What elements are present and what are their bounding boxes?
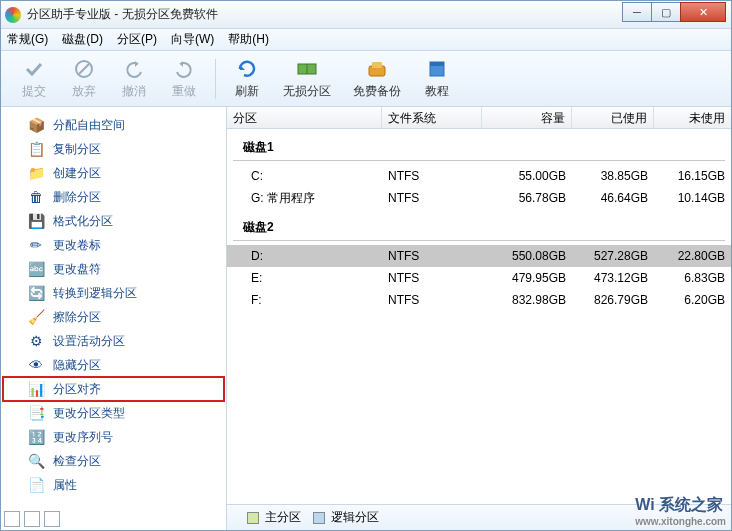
- table-row[interactable]: G: 常用程序NTFS56.78GB46.64GB10.14GB: [227, 187, 731, 209]
- col-name[interactable]: 分区: [227, 107, 382, 128]
- sidebar-icon: 🔄: [27, 284, 45, 302]
- table-row[interactable]: D:NTFS550.08GB527.28GB22.80GB: [227, 245, 731, 267]
- sidebar-item-label: 检查分区: [53, 453, 101, 470]
- toolbar: 提交 放弃 撤消 重做 刷新 无损分区 免费备份 教程: [1, 51, 731, 107]
- sidebar-item-label: 删除分区: [53, 189, 101, 206]
- sidebar-item-label: 擦除分区: [53, 309, 101, 326]
- svg-line-1: [79, 64, 89, 74]
- lossless-button[interactable]: 无损分区: [272, 57, 342, 100]
- cell-unused: 22.80GB: [654, 249, 731, 263]
- sidebar-item-9[interactable]: ⚙设置活动分区: [3, 329, 224, 353]
- sidebar-icon: ⚙: [27, 332, 45, 350]
- sidebar-icon: ✏: [27, 236, 45, 254]
- sidebar-item-1[interactable]: 📋复制分区: [3, 137, 224, 161]
- sidebar-icon: 🧹: [27, 308, 45, 326]
- sidebar-icon: 📄: [27, 476, 45, 494]
- cell-unused: 6.83GB: [654, 271, 731, 285]
- sidebar-item-14[interactable]: 🔍检查分区: [3, 449, 224, 473]
- sidebar-item-6[interactable]: 🔤更改盘符: [3, 257, 224, 281]
- app-icon: [5, 7, 21, 23]
- sidebar-item-label: 转换到逻辑分区: [53, 285, 137, 302]
- sidebar-item-label: 属性: [53, 477, 77, 494]
- sidebar-item-4[interactable]: 💾格式化分区: [3, 209, 224, 233]
- sidebar-item-label: 更改卷标: [53, 237, 101, 254]
- swatch-main-icon: [247, 512, 259, 524]
- undo-button[interactable]: 撤消: [109, 57, 159, 100]
- sidebar-item-0[interactable]: 📦分配自由空间: [3, 113, 224, 137]
- menu-help[interactable]: 帮助(H): [228, 31, 269, 48]
- sidebar-item-label: 分配自由空间: [53, 117, 125, 134]
- sidebar-item-label: 创建分区: [53, 165, 101, 182]
- legend-main: 主分区: [247, 509, 301, 526]
- sidebar-item-label: 格式化分区: [53, 213, 113, 230]
- cell-cap: 832.98GB: [482, 293, 572, 307]
- sidebar-item-2[interactable]: 📁创建分区: [3, 161, 224, 185]
- cell-fs: NTFS: [382, 249, 482, 263]
- undo-icon: [122, 57, 146, 81]
- quick-icon-3[interactable]: [44, 511, 60, 527]
- sidebar-icon: 💾: [27, 212, 45, 230]
- cell-cap: 55.00GB: [482, 169, 572, 183]
- cell-used: 46.64GB: [572, 191, 654, 205]
- sidebar-item-label: 更改序列号: [53, 429, 113, 446]
- close-button[interactable]: ✕: [680, 2, 726, 22]
- menu-disk[interactable]: 磁盘(D): [62, 31, 103, 48]
- sidebar-item-label: 更改分区类型: [53, 405, 125, 422]
- redo-icon: [172, 57, 196, 81]
- discard-button[interactable]: 放弃: [59, 57, 109, 100]
- sidebar-item-7[interactable]: 🔄转换到逻辑分区: [3, 281, 224, 305]
- table-row[interactable]: C:NTFS55.00GB38.85GB16.15GB: [227, 165, 731, 187]
- svg-rect-5: [372, 62, 382, 68]
- book-icon: [425, 57, 449, 81]
- sidebar-icon: 🔢: [27, 428, 45, 446]
- sidebar-item-3[interactable]: 🗑删除分区: [3, 185, 224, 209]
- cell-name: E:: [227, 271, 382, 285]
- content-area: 分区 文件系统 容量 已使用 未使用 磁盘1C:NTFS55.00GB38.85…: [227, 107, 731, 530]
- partition-icon: [295, 57, 319, 81]
- sidebar-item-label: 分区对齐: [53, 381, 101, 398]
- cell-cap: 479.95GB: [482, 271, 572, 285]
- cell-name: D:: [227, 249, 382, 263]
- col-cap[interactable]: 容量: [482, 107, 572, 128]
- sidebar-item-5[interactable]: ✏更改卷标: [3, 233, 224, 257]
- col-unused[interactable]: 未使用: [654, 107, 731, 128]
- menu-partition[interactable]: 分区(P): [117, 31, 157, 48]
- redo-button[interactable]: 重做: [159, 57, 209, 100]
- sidebar-item-10[interactable]: 👁隐藏分区: [3, 353, 224, 377]
- sidebar-icon: 👁: [27, 356, 45, 374]
- svg-rect-7: [430, 62, 444, 66]
- disk-header: 磁盘2: [233, 209, 725, 241]
- separator: [215, 59, 216, 99]
- cell-used: 38.85GB: [572, 169, 654, 183]
- cell-unused: 6.20GB: [654, 293, 731, 307]
- backup-icon: [365, 57, 389, 81]
- table-row[interactable]: E:NTFS479.95GB473.12GB6.83GB: [227, 267, 731, 289]
- sidebar-item-12[interactable]: 📑更改分区类型: [3, 401, 224, 425]
- table-row[interactable]: F:NTFS832.98GB826.79GB6.20GB: [227, 289, 731, 311]
- check-icon: [22, 57, 46, 81]
- sidebar-icon: 🔤: [27, 260, 45, 278]
- sidebar-item-11[interactable]: 📊分区对齐: [3, 377, 224, 401]
- maximize-button[interactable]: ▢: [651, 2, 681, 22]
- cell-cap: 56.78GB: [482, 191, 572, 205]
- sidebar-item-label: 复制分区: [53, 141, 101, 158]
- commit-button[interactable]: 提交: [9, 57, 59, 100]
- menu-wizard[interactable]: 向导(W): [171, 31, 214, 48]
- backup-button[interactable]: 免费备份: [342, 57, 412, 100]
- table-header: 分区 文件系统 容量 已使用 未使用: [227, 107, 731, 129]
- sidebar-item-15[interactable]: 📄属性: [3, 473, 224, 497]
- refresh-icon: [235, 57, 259, 81]
- sidebar-item-8[interactable]: 🧹擦除分区: [3, 305, 224, 329]
- col-fs[interactable]: 文件系统: [382, 107, 482, 128]
- cell-name: F:: [227, 293, 382, 307]
- tutorial-button[interactable]: 教程: [412, 57, 462, 100]
- refresh-button[interactable]: 刷新: [222, 57, 272, 100]
- sidebar-item-13[interactable]: 🔢更改序列号: [3, 425, 224, 449]
- quick-icon-1[interactable]: [4, 511, 20, 527]
- col-used[interactable]: 已使用: [572, 107, 654, 128]
- menu-general[interactable]: 常规(G): [7, 31, 48, 48]
- minimize-button[interactable]: ─: [622, 2, 652, 22]
- sidebar-icon: 📊: [27, 380, 45, 398]
- sidebar-icon: 📦: [27, 116, 45, 134]
- quick-icon-2[interactable]: [24, 511, 40, 527]
